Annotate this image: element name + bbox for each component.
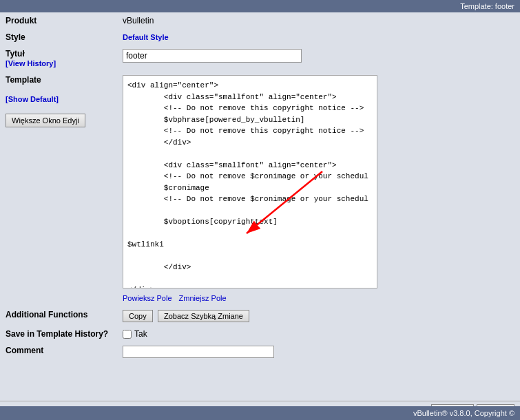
tytul-input[interactable] [123, 49, 302, 63]
quick-change-button[interactable]: Zobacz Szybką Zmiane [158, 310, 249, 322]
save-history-label: Save in Template History? [0, 326, 117, 342]
template-title: Template: footer [460, 2, 514, 10]
comment-label: Comment [0, 342, 117, 361]
tytul-label: Tytuł [6, 49, 25, 59]
additional-functions-row: Additional Functions Copy Zobacz Szybką … [0, 306, 520, 326]
expand-link[interactable]: Powieksz Pole [123, 294, 172, 302]
main-content: Produkt vBulletin Style Default Style Ty… [0, 12, 520, 401]
comment-input[interactable] [123, 346, 274, 358]
top-bar: Template: footer [0, 0, 520, 12]
page-footer: vBulletin® v3.8.0, Copyright © [0, 406, 520, 420]
tytul-label-cell: Tytuł [View History] [0, 45, 117, 72]
footer-text: vBulletin® v3.8.0, Copyright © [413, 409, 514, 417]
template-wrapper: <div align="center"> <div class="smallfo… [123, 75, 377, 288]
additional-functions-label: Additional Functions [0, 306, 117, 326]
shrink-link[interactable]: Zmniejsz Pole [179, 294, 227, 302]
template-code-area[interactable]: <div align="center"> <div class="smallfo… [123, 75, 377, 288]
template-label: Template [6, 75, 41, 85]
style-label: Style [0, 29, 117, 45]
save-history-checkbox-label: Tak [134, 329, 147, 339]
copy-button[interactable]: Copy [123, 310, 153, 322]
bigger-editor-button[interactable]: Większe Okno Edyji [6, 114, 85, 127]
style-link[interactable]: Default Style [123, 33, 169, 41]
save-history-row: Save in Template History? Tak [0, 326, 520, 342]
produkt-value: vBulletin [117, 12, 520, 29]
view-history-link[interactable]: [View History] [6, 59, 56, 67]
produkt-row: Produkt vBulletin [0, 12, 520, 29]
save-history-checkbox[interactable] [123, 330, 132, 339]
save-history-checkbox-row: Tak [123, 329, 514, 339]
template-row: Template [Show Default] Większe Okno Edy… [0, 72, 520, 306]
show-default-link[interactable]: [Show Default] [6, 95, 59, 103]
style-row: Style Default Style [0, 29, 520, 45]
resize-links: Powieksz Pole Zmniejsz Pole [123, 293, 520, 303]
form-table: Produkt vBulletin Style Default Style Ty… [0, 12, 520, 361]
comment-row: Comment [0, 342, 520, 361]
tytul-row: Tytuł [View History] [0, 45, 520, 72]
template-label-cell: Template [Show Default] Większe Okno Edy… [0, 72, 117, 306]
produkt-label: Produkt [0, 12, 117, 29]
